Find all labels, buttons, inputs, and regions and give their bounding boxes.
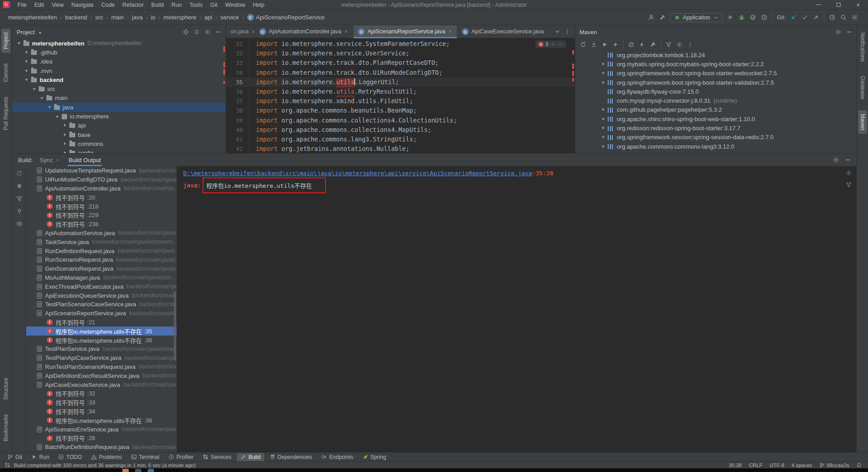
build-file-node-testplanservice-java[interactable]: TestPlanService.javabackend\src\main\jav… xyxy=(26,345,176,354)
settings-gear-icon[interactable] xyxy=(676,41,683,48)
build-error-node[interactable]: !找不到符号:229 xyxy=(26,211,176,220)
download-sources-icon[interactable] xyxy=(591,41,597,48)
chevron-expanded-icon[interactable] xyxy=(54,113,60,119)
build-error-node[interactable]: !找不到符号:32 xyxy=(26,389,176,398)
chevron-collapsed-icon[interactable] xyxy=(601,125,606,131)
menu-tools[interactable]: Tools xyxy=(186,1,206,9)
git-push-icon[interactable] xyxy=(813,14,819,21)
maven-settings-icon[interactable] xyxy=(650,41,656,48)
chevron-expanded-icon[interactable] xyxy=(32,86,37,92)
chevron-expanded-icon[interactable] xyxy=(47,104,53,110)
preview-eye-icon[interactable] xyxy=(16,221,23,227)
filter-icon[interactable] xyxy=(845,182,852,188)
stop-icon[interactable] xyxy=(16,183,23,189)
filter-icon[interactable] xyxy=(16,195,23,202)
chevron-expanded-icon[interactable] xyxy=(39,95,45,101)
build-tab-build-output[interactable]: Build Output xyxy=(67,155,103,165)
menu-refactor[interactable]: Refactor xyxy=(119,1,147,9)
build-file-node-apiscenarioreportservice-java[interactable]: ApiScenarioReportService.javabackend\src… xyxy=(26,309,176,318)
chevron-collapsed-icon[interactable] xyxy=(62,150,68,153)
toolwindow-button-spring[interactable]: Spring xyxy=(359,453,390,461)
build-error-node[interactable]: !找不到符号:238 xyxy=(26,220,176,229)
build-error-node[interactable]: !程序包io.metersphere.utils不存在:36 xyxy=(26,416,176,425)
inspections-widget[interactable]: ! 3 xyxy=(535,41,566,48)
settings-gear-icon[interactable] xyxy=(833,157,839,163)
hide-icon[interactable] xyxy=(846,29,852,35)
debug-bug-icon[interactable] xyxy=(738,14,745,21)
caret-position[interactable]: 35:28 xyxy=(729,463,742,468)
maven-dependency[interactable]: org.springframework.boot:spring-boot-sta… xyxy=(575,69,856,78)
toolwindow-button-profiler[interactable]: Profiler xyxy=(165,453,197,461)
breadcrumb-item-service[interactable]: service xyxy=(220,14,239,21)
project-node-mvn[interactable]: .mvn xyxy=(13,66,226,75)
chevron-collapsed-icon[interactable] xyxy=(62,123,68,128)
build-error-node[interactable]: !找不到符号:218 xyxy=(26,202,176,211)
menu-navigate[interactable]: Navigate xyxy=(68,1,97,9)
build-error-node[interactable]: !程序包io.metersphere.utils不存在:35 xyxy=(26,327,176,336)
search-icon[interactable] xyxy=(840,14,847,21)
chevron-collapsed-icon[interactable] xyxy=(601,107,606,113)
maven-dependency[interactable]: org.apache.shiro:shiro-spring-boot-web-s… xyxy=(575,114,856,123)
build-file-node-msauthmanager-java[interactable]: MsAuthManager.javabackend\src\main\java\… xyxy=(26,273,176,282)
project-node-config[interactable]: config xyxy=(13,149,226,153)
toolwindow-button-problems[interactable]: Problems xyxy=(87,453,126,461)
pin-icon[interactable] xyxy=(16,208,23,214)
project-tree[interactable]: meterspherebeifenD:\meterspherebeifen.gi… xyxy=(13,39,226,153)
close-icon[interactable] xyxy=(55,158,59,162)
chevron-collapsed-icon[interactable] xyxy=(601,80,606,86)
project-panel-title[interactable]: Project xyxy=(17,28,45,36)
build-hammer-icon[interactable] xyxy=(659,14,666,21)
chevron-expanded-icon[interactable] xyxy=(16,41,22,46)
project-node-github[interactable]: .github xyxy=(13,48,226,57)
menu-view[interactable]: View xyxy=(48,1,68,9)
toolwindow-button-git[interactable]: Git xyxy=(4,453,26,461)
menu-build[interactable]: Build xyxy=(148,1,167,9)
collab-person-icon[interactable] xyxy=(648,14,655,21)
build-file-node-testplanapicaseservice-java[interactable]: TestPlanApiCaseService.javabackend\src\m… xyxy=(26,354,176,363)
build-file-node-apiautomationcontroller-java[interactable]: ApiAutomationController.javabackend\src\… xyxy=(26,184,176,193)
build-tab-sync[interactable]: Sync xyxy=(38,155,62,165)
maven-dependency[interactable]: com.mysql:mysql-connector-j:8.0.31(runti… xyxy=(575,96,856,105)
execute-goal-icon[interactable] xyxy=(601,41,608,48)
plus-icon[interactable] xyxy=(612,41,619,48)
editor[interactable]: 313233343536373839404142 import io.meter… xyxy=(226,38,575,153)
build-error-node[interactable]: !找不到符号:21 xyxy=(26,318,176,327)
chevron-collapsed-icon[interactable] xyxy=(62,141,68,147)
maven-dependency[interactable]: org.springframework.boot:spring-boot-sta… xyxy=(575,78,856,87)
editor-tab-apiscenarioreportservice-java[interactable]: CApiScenarioReportService.java xyxy=(353,25,457,38)
project-node-api[interactable]: api xyxy=(13,121,226,130)
coverage-icon[interactable] xyxy=(750,14,756,21)
toolwindow-button-todo[interactable]: TODO xyxy=(54,453,85,461)
collapse-all-icon[interactable] xyxy=(194,29,200,35)
menu-git[interactable]: Git xyxy=(207,1,221,9)
git-branch-widget[interactable]: 68ccaa2a xyxy=(819,463,849,468)
build-file-node-runscenariorequest-java[interactable]: RunScenarioRequest.javabackend\src\main\… xyxy=(26,255,176,264)
build-file-node-updateissuetemplaterequest-java[interactable]: UpdateIssueTemplateRequest.javabackend\s… xyxy=(26,166,176,175)
git-update-icon[interactable] xyxy=(790,14,797,21)
breadcrumb-item-io[interactable]: io xyxy=(151,14,155,21)
build-file-node-apicaseexecuteservice-java[interactable]: ApiCaseExecuteService.javabackend\src\ma… xyxy=(26,380,176,389)
profiler-icon[interactable] xyxy=(761,14,768,21)
stripe-database[interactable]: Database xyxy=(858,73,867,103)
hide-icon[interactable] xyxy=(215,29,222,35)
project-node-meterspherebeifen[interactable]: meterspherebeifenD:\meterspherebeifen xyxy=(13,39,226,48)
toolwindow-button-terminal[interactable]: Terminal xyxy=(127,453,163,461)
stripe-maven[interactable]: Maven xyxy=(858,110,867,134)
line-separator[interactable]: CRLF xyxy=(749,463,762,468)
toolwindow-button-build[interactable]: Build xyxy=(237,453,264,461)
chevron-collapsed-icon[interactable] xyxy=(601,144,606,150)
build-error-node[interactable]: !找不到符号:20 xyxy=(26,193,176,202)
build-error-node[interactable]: !找不到符号:33 xyxy=(26,398,176,407)
offline-mode-icon[interactable] xyxy=(628,41,634,48)
chevron-collapsed-icon[interactable] xyxy=(601,134,606,140)
project-node-base[interactable]: base xyxy=(13,130,226,139)
chevron-collapsed-icon[interactable] xyxy=(24,68,30,74)
editor-tab-apiautomationcontroller-java[interactable]: CApiAutomationController.java xyxy=(255,25,353,38)
breadcrumb-item-backend[interactable]: backend xyxy=(65,14,87,21)
maven-dependency[interactable]: org.flywaydb:flyway-core:7.15.0 xyxy=(575,87,856,96)
file-encoding[interactable]: UTF-8 xyxy=(770,463,785,468)
toolwindow-button-endpoints[interactable]: Endpoints xyxy=(317,453,357,461)
build-error-node[interactable]: !程序包io.metersphere.utils不存在:36 xyxy=(26,336,176,345)
breadcrumb-item-main[interactable]: main xyxy=(111,14,124,21)
build-error-node[interactable]: !找不到符号:34 xyxy=(26,407,176,416)
